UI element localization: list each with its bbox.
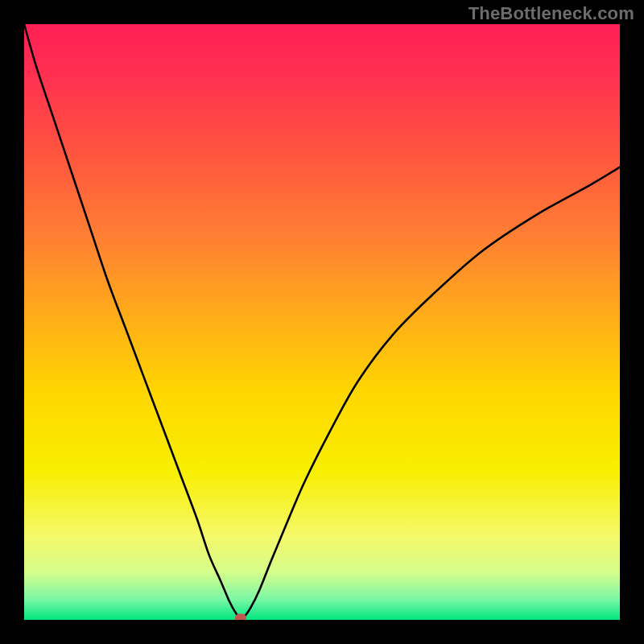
curve-layer: [24, 24, 620, 620]
optimum-marker: [235, 613, 246, 620]
plot-area: [24, 24, 620, 620]
chart-frame: TheBottleneck.com: [0, 0, 644, 644]
watermark-text: TheBottleneck.com: [469, 3, 634, 24]
bottleneck-curve: [24, 24, 620, 618]
